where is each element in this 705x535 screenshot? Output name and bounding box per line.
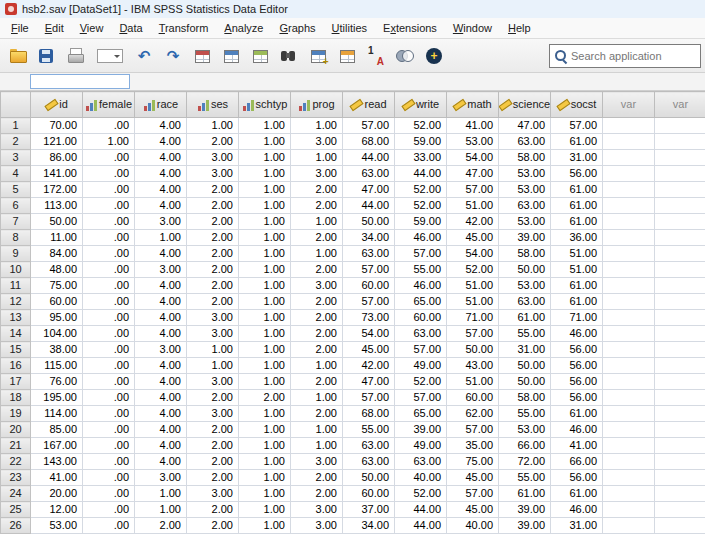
row-number-21[interactable]: 21 [1, 438, 31, 454]
cell-race-row1[interactable]: 4.00 [135, 118, 187, 134]
row-number-23[interactable]: 23 [1, 470, 31, 486]
cell-ses-row25[interactable]: 2.00 [187, 502, 239, 518]
cell-race-row23[interactable]: 3.00 [135, 470, 187, 486]
row-number-6[interactable]: 6 [1, 198, 31, 214]
cell-math-row14[interactable]: 57.00 [447, 326, 499, 342]
cell-math-row13[interactable]: 71.00 [447, 310, 499, 326]
cell-var-row26[interactable] [603, 518, 655, 534]
cell-prog-row3[interactable]: 1.00 [291, 150, 343, 166]
cell-math-row9[interactable]: 54.00 [447, 246, 499, 262]
cell-read-row7[interactable]: 50.00 [343, 214, 395, 230]
row-number-5[interactable]: 5 [1, 182, 31, 198]
cell-ses-row12[interactable]: 2.00 [187, 294, 239, 310]
cell-id-row8[interactable]: 11.00 [31, 230, 83, 246]
cell-socst-row14[interactable]: 46.00 [551, 326, 603, 342]
cell-var-row6[interactable] [603, 198, 655, 214]
cell-socst-row13[interactable]: 71.00 [551, 310, 603, 326]
cell-read-row15[interactable]: 45.00 [343, 342, 395, 358]
cell-female-row2[interactable]: 1.00 [83, 134, 135, 150]
cell-prog-row2[interactable]: 3.00 [291, 134, 343, 150]
row-number-19[interactable]: 19 [1, 406, 31, 422]
cell-female-row5[interactable]: .00 [83, 182, 135, 198]
cell-schtyp-row17[interactable]: 1.00 [239, 374, 291, 390]
cell-read-row21[interactable]: 63.00 [343, 438, 395, 454]
cell-ses-row10[interactable]: 2.00 [187, 262, 239, 278]
cell-prog-row8[interactable]: 2.00 [291, 230, 343, 246]
cell-var-row15[interactable] [655, 342, 705, 358]
cell-var-row17[interactable] [603, 374, 655, 390]
column-header-socst-10[interactable]: socst [551, 92, 603, 118]
cell-female-row22[interactable]: .00 [83, 454, 135, 470]
cell-science-row16[interactable]: 50.00 [499, 358, 551, 374]
row-number-18[interactable]: 18 [1, 390, 31, 406]
cell-write-row1[interactable]: 52.00 [395, 118, 447, 134]
cell-write-row19[interactable]: 65.00 [395, 406, 447, 422]
cell-prog-row25[interactable]: 3.00 [291, 502, 343, 518]
menu-help[interactable]: Help [500, 19, 539, 37]
cell-ses-row16[interactable]: 1.00 [187, 358, 239, 374]
cell-id-row7[interactable]: 50.00 [31, 214, 83, 230]
cell-schtyp-row15[interactable]: 1.00 [239, 342, 291, 358]
cell-schtyp-row21[interactable]: 1.00 [239, 438, 291, 454]
cell-race-row26[interactable]: 2.00 [135, 518, 187, 534]
cell-science-row3[interactable]: 58.00 [499, 150, 551, 166]
cell-schtyp-row1[interactable]: 1.00 [239, 118, 291, 134]
cell-var-row10[interactable] [603, 262, 655, 278]
cell-id-row14[interactable]: 104.00 [31, 326, 83, 342]
cell-math-row21[interactable]: 35.00 [447, 438, 499, 454]
cell-var-row2[interactable] [655, 134, 705, 150]
cell-socst-row25[interactable]: 46.00 [551, 502, 603, 518]
cell-science-row24[interactable]: 61.00 [499, 486, 551, 502]
cell-math-row25[interactable]: 45.00 [447, 502, 499, 518]
cell-schtyp-row24[interactable]: 1.00 [239, 486, 291, 502]
menu-extensions[interactable]: Extensions [375, 19, 445, 37]
cell-schtyp-row20[interactable]: 1.00 [239, 422, 291, 438]
cell-socst-row2[interactable]: 61.00 [551, 134, 603, 150]
cell-write-row25[interactable]: 44.00 [395, 502, 447, 518]
cell-write-row15[interactable]: 57.00 [395, 342, 447, 358]
cell-ses-row24[interactable]: 3.00 [187, 486, 239, 502]
cell-math-row15[interactable]: 50.00 [447, 342, 499, 358]
cell-race-row18[interactable]: 4.00 [135, 390, 187, 406]
cell-race-row6[interactable]: 4.00 [135, 198, 187, 214]
cell-id-row24[interactable]: 20.00 [31, 486, 83, 502]
cell-science-row18[interactable]: 58.00 [499, 390, 551, 406]
row-number-9[interactable]: 9 [1, 246, 31, 262]
cell-write-row24[interactable]: 52.00 [395, 486, 447, 502]
cell-var-row7[interactable] [603, 214, 655, 230]
cell-math-row24[interactable]: 57.00 [447, 486, 499, 502]
cell-read-row4[interactable]: 63.00 [343, 166, 395, 182]
recall-dialogs-button[interactable] [91, 42, 129, 70]
row-number-15[interactable]: 15 [1, 342, 31, 358]
cell-write-row2[interactable]: 59.00 [395, 134, 447, 150]
cell-schtyp-row19[interactable]: 1.00 [239, 406, 291, 422]
row-number-20[interactable]: 20 [1, 422, 31, 438]
cell-ses-row26[interactable]: 2.00 [187, 518, 239, 534]
column-header-id-0[interactable]: id [31, 92, 83, 118]
insert-cases-button[interactable] [304, 42, 332, 70]
cell-var-row16[interactable] [603, 358, 655, 374]
column-header-prog-5[interactable]: prog [291, 92, 343, 118]
cell-ses-row2[interactable]: 2.00 [187, 134, 239, 150]
cell-var-row18[interactable] [655, 390, 705, 406]
column-header-write-7[interactable]: write [395, 92, 447, 118]
cell-race-row20[interactable]: 4.00 [135, 422, 187, 438]
cell-race-row15[interactable]: 3.00 [135, 342, 187, 358]
cell-var-row11[interactable] [603, 278, 655, 294]
cell-write-row23[interactable]: 40.00 [395, 470, 447, 486]
cell-science-row8[interactable]: 39.00 [499, 230, 551, 246]
cell-var-row23[interactable] [655, 470, 705, 486]
cell-ses-row6[interactable]: 2.00 [187, 198, 239, 214]
cell-read-row14[interactable]: 54.00 [343, 326, 395, 342]
cell-science-row13[interactable]: 61.00 [499, 310, 551, 326]
row-number-2[interactable]: 2 [1, 134, 31, 150]
cell-socst-row21[interactable]: 41.00 [551, 438, 603, 454]
cell-var-row16[interactable] [655, 358, 705, 374]
cell-var-row24[interactable] [603, 486, 655, 502]
cell-prog-row20[interactable]: 1.00 [291, 422, 343, 438]
row-number-16[interactable]: 16 [1, 358, 31, 374]
cell-read-row16[interactable]: 42.00 [343, 358, 395, 374]
cell-race-row21[interactable]: 4.00 [135, 438, 187, 454]
menu-file[interactable]: File [3, 19, 37, 37]
cell-math-row17[interactable]: 51.00 [447, 374, 499, 390]
